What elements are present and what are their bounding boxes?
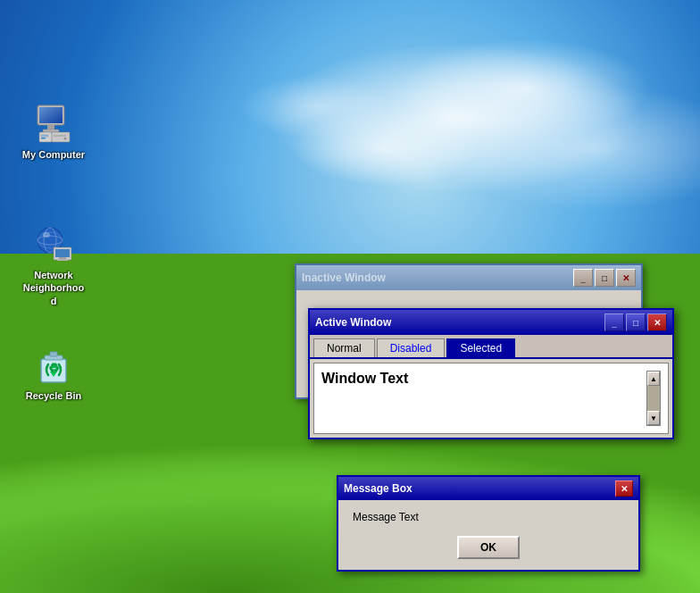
svg-rect-7 bbox=[41, 138, 46, 139]
my-computer-label: My Computer bbox=[21, 148, 86, 161]
inactive-title-bar: Inactive Window _ □ ✕ bbox=[296, 265, 641, 290]
inactive-maximize-button[interactable]: □ bbox=[595, 269, 614, 287]
scroll-down-button[interactable]: ▼ bbox=[647, 411, 660, 425]
active-maximize-button[interactable]: □ bbox=[626, 313, 646, 331]
network-icon-image bbox=[32, 222, 75, 265]
message-text: Message Text bbox=[353, 511, 624, 523]
network-neighborhood-icon[interactable]: Network Neighborhood bbox=[18, 219, 89, 311]
svg-text:♻: ♻ bbox=[48, 361, 60, 375]
svg-rect-19 bbox=[57, 259, 68, 261]
tab-selected[interactable]: Selected bbox=[446, 338, 515, 357]
svg-rect-4 bbox=[43, 129, 59, 132]
network-neighborhood-label: Network Neighborhood bbox=[21, 269, 86, 307]
scroll-up-button[interactable]: ▲ bbox=[647, 372, 660, 386]
message-content: Message Text OK bbox=[338, 500, 638, 570]
my-computer-icon-image bbox=[32, 102, 75, 145]
inactive-close-button[interactable]: ✕ bbox=[616, 269, 636, 287]
scrollbar-track[interactable] bbox=[647, 386, 660, 411]
window-text: Window Text bbox=[321, 371, 646, 426]
active-title-bar: Active Window _ □ ✕ bbox=[310, 310, 672, 335]
svg-rect-5 bbox=[39, 132, 52, 142]
tab-normal[interactable]: Normal bbox=[313, 338, 375, 357]
svg-rect-9 bbox=[54, 135, 66, 137]
message-title-bar: Message Box ✕ bbox=[338, 477, 638, 500]
active-title-buttons: _ □ ✕ bbox=[604, 313, 667, 331]
message-buttons: OK bbox=[353, 536, 624, 559]
window-content: Window Text ▲ ▼ bbox=[313, 363, 669, 434]
message-close-button[interactable]: ✕ bbox=[615, 480, 633, 497]
active-minimize-button[interactable]: _ bbox=[604, 313, 624, 331]
svg-rect-6 bbox=[41, 135, 48, 137]
active-window: Active Window _ □ ✕ Normal Disabled Sele… bbox=[308, 308, 674, 439]
active-window-title: Active Window bbox=[315, 316, 391, 329]
svg-rect-17 bbox=[55, 249, 70, 257]
svg-point-10 bbox=[64, 138, 67, 140]
message-box: Message Box ✕ Message Text OK bbox=[337, 475, 640, 572]
ok-button[interactable]: OK bbox=[457, 536, 520, 559]
desktop: My Computer Network Neighborhood bbox=[0, 0, 700, 593]
inactive-window-title: Inactive Window bbox=[302, 271, 386, 284]
recycle-bin-icon[interactable]: ♻ Recycle Bin bbox=[18, 339, 89, 405]
svg-point-15 bbox=[43, 232, 50, 238]
svg-rect-22 bbox=[50, 352, 57, 356]
svg-rect-2 bbox=[39, 107, 62, 123]
inactive-title-buttons: _ □ ✕ bbox=[573, 269, 636, 287]
recycle-bin-label: Recycle Bin bbox=[21, 389, 86, 402]
svg-rect-8 bbox=[52, 132, 70, 142]
inactive-minimize-button[interactable]: _ bbox=[573, 269, 593, 287]
svg-rect-3 bbox=[47, 125, 54, 129]
my-computer-icon[interactable]: My Computer bbox=[18, 98, 89, 164]
recycle-icon-image: ♻ bbox=[32, 343, 75, 386]
vertical-scrollbar[interactable]: ▲ ▼ bbox=[646, 371, 661, 426]
svg-rect-18 bbox=[59, 257, 66, 259]
message-box-title: Message Box bbox=[344, 482, 412, 495]
active-close-button[interactable]: ✕ bbox=[647, 313, 667, 331]
tab-bar: Normal Disabled Selected bbox=[310, 335, 672, 359]
tab-disabled[interactable]: Disabled bbox=[377, 338, 446, 357]
